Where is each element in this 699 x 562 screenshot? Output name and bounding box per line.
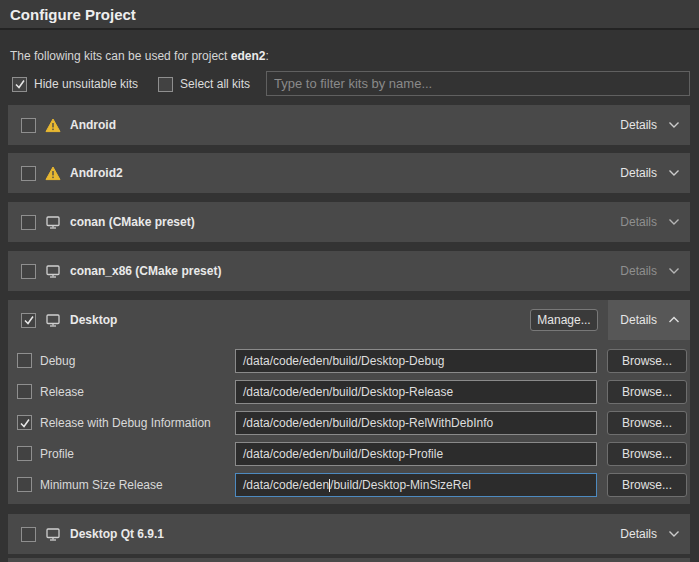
config-row-profile: Profile /data/code/eden/build/Desktop-Pr… [8, 442, 690, 466]
details-toggle[interactable]: Details [608, 300, 690, 340]
kit-row-conan: conan (CMake preset) Details [8, 202, 690, 242]
select-all-checkbox[interactable] [158, 77, 173, 92]
build-path-input[interactable]: /data/code/eden/build/Desktop-RelWithDeb… [235, 411, 597, 435]
config-label: Release with Debug Information [40, 416, 211, 430]
chevron-down-icon [668, 530, 680, 538]
kit-row-desktop: Desktop Manage... Details Debug /data/co… [8, 300, 690, 504]
config-row-release: Release /data/code/eden/build/Desktop-Re… [8, 380, 690, 404]
warning-icon [45, 166, 61, 181]
desktop-icon [45, 215, 61, 230]
chevron-down-icon [668, 169, 680, 177]
configure-project-page: Configure Project The following kits can… [0, 0, 699, 562]
config-label: Debug [40, 354, 75, 368]
page-header: Configure Project [0, 0, 699, 30]
kit-checkbox[interactable] [21, 527, 36, 542]
chevron-up-icon [668, 316, 680, 324]
browse-button[interactable]: Browse... [607, 442, 687, 466]
browse-button[interactable]: Browse... [607, 380, 687, 404]
desktop-icon [45, 527, 61, 542]
build-path-input-focused[interactable]: /data/code/eden/build/Desktop-MinSizeRel [235, 473, 597, 497]
kit-row-partial [8, 558, 690, 562]
config-row-debug: Debug /data/code/eden/build/Desktop-Debu… [8, 349, 690, 373]
details-toggle[interactable]: Details [608, 153, 690, 193]
desktop-icon [45, 264, 61, 279]
kit-name: conan_x86 (CMake preset) [70, 264, 221, 278]
kit-checkbox[interactable] [21, 118, 36, 133]
kit-name: Android [70, 118, 116, 132]
kit-name: Android2 [70, 166, 123, 180]
config-label: Release [40, 385, 84, 399]
kit-name: conan (CMake preset) [70, 215, 195, 229]
checkmark-icon [19, 417, 31, 429]
intro-text: The following kits can be used for proje… [10, 49, 269, 63]
project-name: eden2 [231, 49, 266, 63]
kit-checkbox[interactable] [21, 215, 36, 230]
details-toggle[interactable]: Details [608, 514, 690, 554]
kit-filter-input[interactable] [266, 71, 690, 96]
details-toggle[interactable]: Details [608, 251, 690, 291]
kit-name: Desktop Qt 6.9.1 [70, 527, 164, 541]
config-checkbox[interactable] [17, 477, 32, 492]
hide-unsuitable-checkbox[interactable] [12, 77, 27, 92]
details-toggle[interactable]: Details [608, 105, 690, 145]
kit-checkbox[interactable] [21, 313, 36, 328]
page-title: Configure Project [10, 6, 136, 23]
kit-row-desktop-qt: Desktop Qt 6.9.1 Details [8, 514, 690, 554]
config-row-minsizerel: Minimum Size Release /data/code/eden/bui… [8, 473, 690, 497]
browse-button[interactable]: Browse... [607, 473, 687, 497]
config-checkbox[interactable] [17, 353, 32, 368]
select-all-label[interactable]: Select all kits [180, 77, 250, 91]
build-path-input[interactable]: /data/code/eden/build/Desktop-Profile [235, 442, 597, 466]
build-path-input[interactable]: /data/code/eden/build/Desktop-Release [235, 380, 597, 404]
kit-checkbox[interactable] [21, 264, 36, 279]
build-path-input[interactable]: /data/code/eden/build/Desktop-Debug [235, 349, 597, 373]
chevron-down-icon [668, 267, 680, 275]
browse-button[interactable]: Browse... [607, 411, 687, 435]
config-checkbox[interactable] [17, 415, 32, 430]
kit-row-conan-x86: conan_x86 (CMake preset) Details [8, 251, 690, 291]
config-checkbox[interactable] [17, 384, 32, 399]
config-label: Minimum Size Release [40, 478, 163, 492]
warning-icon [45, 118, 61, 133]
hide-unsuitable-label[interactable]: Hide unsuitable kits [34, 77, 138, 91]
checkmark-icon [14, 78, 26, 90]
kit-checkbox[interactable] [21, 166, 36, 181]
kit-row-android2: Android2 Details [8, 153, 690, 193]
config-label: Profile [40, 447, 74, 461]
desktop-icon [45, 313, 61, 328]
chevron-down-icon [668, 218, 680, 226]
kit-filter-toolbar: Hide unsuitable kits Select all kits [12, 74, 250, 94]
config-row-relwithdebinfo: Release with Debug Information /data/cod… [8, 411, 690, 435]
browse-button[interactable]: Browse... [607, 349, 687, 373]
config-checkbox[interactable] [17, 446, 32, 461]
chevron-down-icon [668, 121, 680, 129]
kit-row-android: Android Details [8, 105, 690, 145]
details-toggle[interactable]: Details [608, 202, 690, 242]
checkmark-icon [23, 314, 35, 326]
kit-name: Desktop [70, 313, 117, 327]
manage-button[interactable]: Manage... [530, 309, 598, 331]
